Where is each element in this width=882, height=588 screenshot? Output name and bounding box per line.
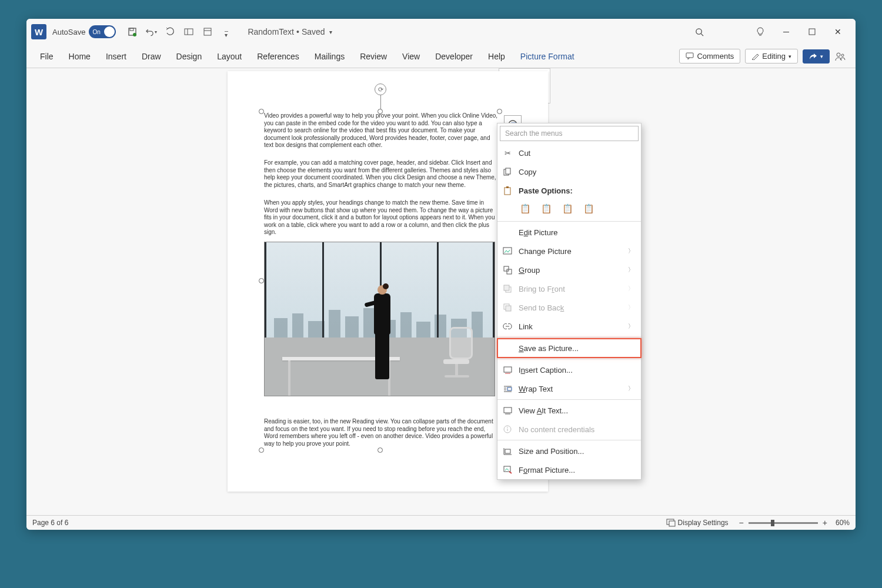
svg-line-8 xyxy=(701,34,703,36)
menu-insert-caption[interactable]: Insert Caption... xyxy=(497,360,641,379)
paragraph: Reading is easier, too, in the new Readi… xyxy=(264,418,505,447)
menu-group[interactable]: Group 〉 xyxy=(497,260,641,279)
comment-icon xyxy=(686,52,694,60)
editing-button[interactable]: Editing ▾ xyxy=(745,49,798,64)
menu-cut[interactable]: ✂ Cut xyxy=(497,143,641,162)
rotation-handle[interactable]: ⟳ xyxy=(375,83,386,95)
svg-rect-23 xyxy=(507,269,512,274)
comments-button[interactable]: Comments xyxy=(679,49,740,64)
tab-draw[interactable]: Draw xyxy=(134,45,169,68)
menu-wrap-text[interactable]: Wrap Text 〉 xyxy=(497,379,641,398)
document-picture[interactable] xyxy=(264,242,495,396)
tab-developer[interactable]: Developer xyxy=(427,45,480,68)
svg-rect-32 xyxy=(507,387,512,390)
menu-send-to-back: Send to Back 〉 xyxy=(497,298,641,317)
paragraph: When you apply styles, your headings cha… xyxy=(264,199,505,236)
bring-front-icon xyxy=(502,283,513,294)
zoom-in-button[interactable]: + xyxy=(823,518,827,527)
svg-rect-45 xyxy=(669,521,675,526)
svg-rect-27 xyxy=(506,306,511,311)
chevron-down-icon: ▾ xyxy=(820,54,823,59)
chevron-right-icon: 〉 xyxy=(628,266,634,274)
paste-options-row: 📋 📋 📋 📋 xyxy=(497,200,641,220)
menu-search-input[interactable]: Search the menus xyxy=(500,126,639,141)
tab-layout[interactable]: Layout xyxy=(209,45,249,68)
paste-merge-icon[interactable]: 📋 xyxy=(540,202,553,215)
context-menu: Search the menus ✂ Cut Copy Paste Option… xyxy=(497,123,642,480)
svg-point-39 xyxy=(507,427,508,428)
chevron-right-icon: 〉 xyxy=(628,322,634,330)
qat-icon-2[interactable] xyxy=(202,26,213,38)
alt-text-icon xyxy=(502,405,513,416)
tab-picture-format[interactable]: Picture Format xyxy=(513,45,582,68)
close-button[interactable]: ✕ xyxy=(825,21,851,42)
paste-picture-icon[interactable]: 📋 xyxy=(561,202,574,215)
display-settings-button[interactable]: Display Settings xyxy=(678,519,729,527)
tab-file[interactable]: File xyxy=(32,45,61,68)
document-area[interactable]: Style Crop ⟳ Video provides a powe xyxy=(26,68,856,515)
svg-rect-5 xyxy=(204,28,211,35)
toggle-knob xyxy=(104,26,115,37)
maximize-button[interactable] xyxy=(799,21,825,42)
svg-rect-11 xyxy=(686,53,693,58)
menu-no-credentials: No content credentials xyxy=(497,420,641,439)
svg-rect-3 xyxy=(185,29,193,35)
menu-save-as-picture[interactable]: Save as Picture... xyxy=(497,339,641,358)
tab-insert[interactable]: Insert xyxy=(98,45,134,68)
tab-references[interactable]: References xyxy=(249,45,307,68)
share-button[interactable]: ▾ xyxy=(803,49,830,64)
minimize-button[interactable]: ─ xyxy=(773,21,799,42)
tab-home[interactable]: Home xyxy=(61,45,98,68)
cut-icon: ✂ xyxy=(502,148,513,158)
document-title[interactable]: RandomText • Saved ▾ xyxy=(248,27,332,36)
menu-copy[interactable]: Copy xyxy=(497,162,641,181)
tab-design[interactable]: Design xyxy=(169,45,210,68)
page-indicator[interactable]: Page 6 of 6 xyxy=(32,519,68,527)
svg-rect-19 xyxy=(505,188,510,195)
tab-review[interactable]: Review xyxy=(352,45,395,68)
menu-view-alt-text[interactable]: View Alt Text... xyxy=(497,401,641,420)
save-icon[interactable] xyxy=(126,26,138,38)
menu-edit-picture[interactable]: Edit Picture xyxy=(497,223,641,242)
search-icon[interactable] xyxy=(686,21,712,42)
format-picture-icon xyxy=(502,465,513,475)
menu-format-picture[interactable]: Format Picture... xyxy=(497,460,641,479)
chevron-right-icon: 〉 xyxy=(628,385,634,393)
menu-change-picture[interactable]: Change Picture 〉 xyxy=(497,242,641,260)
undo-icon[interactable]: ▾ xyxy=(145,26,157,38)
paste-keep-source-icon[interactable]: 📋 xyxy=(519,202,532,215)
svg-rect-22 xyxy=(504,266,509,271)
tab-mailings[interactable]: Mailings xyxy=(307,45,352,68)
caption-icon xyxy=(502,365,513,375)
qat-icon-1[interactable] xyxy=(183,26,195,38)
redo-icon[interactable] xyxy=(164,26,176,38)
zoom-slider[interactable] xyxy=(749,522,818,524)
zoom-level[interactable]: 60% xyxy=(836,519,850,527)
tab-help[interactable]: Help xyxy=(480,45,513,68)
selection-handle[interactable] xyxy=(259,109,264,114)
tab-view[interactable]: View xyxy=(395,45,427,68)
send-back-icon xyxy=(502,302,513,313)
lightbulb-icon[interactable] xyxy=(747,21,773,42)
menu-size-position[interactable]: Size and Position... xyxy=(497,442,641,460)
chevron-down-icon: ▾ xyxy=(789,54,791,59)
autosave-toggle[interactable]: On xyxy=(89,25,116,38)
paste-text-only-icon[interactable]: 📋 xyxy=(582,202,595,215)
zoom-out-button[interactable]: − xyxy=(739,518,744,527)
display-settings-icon[interactable] xyxy=(666,519,676,527)
info-icon xyxy=(502,424,513,435)
account-icon[interactable] xyxy=(834,51,846,62)
selection-handle[interactable] xyxy=(259,278,264,283)
chevron-right-icon: 〉 xyxy=(628,303,634,312)
selection-handle[interactable] xyxy=(259,447,264,453)
svg-rect-35 xyxy=(504,407,512,413)
svg-rect-21 xyxy=(503,248,512,254)
status-bar: Page 6 of 6 Display Settings − + 60% xyxy=(26,515,856,530)
qat-more-icon[interactable]: ⎯▾ xyxy=(220,26,232,38)
menu-link[interactable]: Link 〉 xyxy=(497,317,641,336)
chevron-right-icon: 〉 xyxy=(628,247,634,255)
selection-handle[interactable] xyxy=(377,447,383,453)
svg-rect-10 xyxy=(809,29,815,35)
zoom-thumb[interactable] xyxy=(771,520,774,526)
link-icon xyxy=(502,321,513,332)
